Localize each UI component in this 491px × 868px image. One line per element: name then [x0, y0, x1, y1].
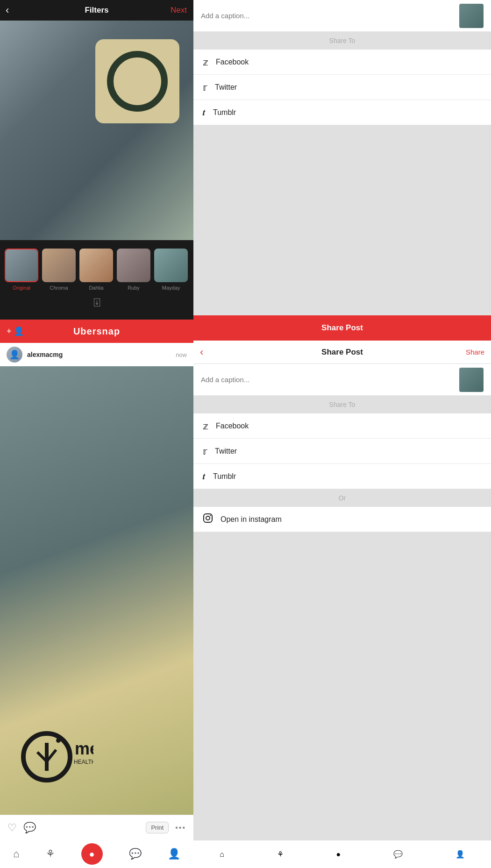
filter-name-mayday: Mayday — [162, 285, 180, 291]
instagram-icon — [203, 513, 213, 526]
share-to-label-1: Share To — [329, 37, 356, 44]
tumblr-icon-1: 𝒕 — [203, 107, 206, 118]
thumb-chroma-img — [42, 249, 76, 282]
thumb-mayday-img — [154, 249, 188, 282]
caption-row-1 — [193, 0, 491, 32]
filter-name-chroma: Chroma — [50, 285, 68, 291]
caption-thumbnail-1 — [459, 4, 484, 28]
facebook-icon-2: 𝕫 — [203, 420, 208, 432]
add-friend-button[interactable]: + 👤 — [7, 326, 24, 336]
tumblr-label-2: Tumblr — [213, 472, 236, 481]
twitter-icon-1: 𝕣 — [203, 82, 207, 93]
feed-actions: ♡ 💬 Print ••• — [0, 815, 193, 840]
next-button[interactable]: Next — [171, 6, 187, 15]
share-post-btn-label-1: Share Post — [321, 323, 363, 333]
profile-icon[interactable]: 👤 — [168, 848, 180, 860]
photo-sign-overlay — [95, 39, 179, 123]
plus-icon: + — [7, 327, 12, 336]
or-header: Or — [193, 489, 491, 507]
share-post-button-1[interactable]: Share Post — [193, 315, 491, 341]
compass-icon[interactable]: ⚘ — [46, 848, 55, 860]
twitter-option-2[interactable]: 𝕣 Twitter — [193, 439, 491, 464]
tumblr-label-1: Tumblr — [213, 108, 236, 117]
filter-name-ruby: Ruby — [128, 285, 140, 291]
facebook-option-1[interactable]: 𝕫 Facebook — [193, 50, 491, 75]
feed-time: now — [176, 351, 187, 358]
download-icon[interactable]: ⍗ — [94, 296, 100, 308]
twitter-label-2: Twitter — [215, 447, 237, 455]
share-to-label-2: Share To — [329, 401, 356, 408]
print-button[interactable]: Print — [146, 822, 169, 833]
feed-username[interactable]: alexmacmg — [27, 351, 171, 358]
share-screen-top: Share To 𝕫 Facebook 𝕣 Twitter 𝒕 Tumblr S… — [193, 0, 491, 341]
twitter-icon-2: 𝕣 — [203, 446, 207, 457]
facebook-option-2[interactable]: 𝕫 Facebook — [193, 413, 491, 439]
chat-icon[interactable]: 💬 — [129, 848, 142, 860]
share-nav-title: Share Post — [321, 348, 363, 357]
feed-post: 👤 alexmacmg now me HEALTHY L ♡ 💬 Print — [0, 343, 193, 840]
or-label: Or — [339, 494, 346, 502]
tumblr-icon-2: 𝒕 — [203, 471, 206, 482]
home-icon[interactable]: ⌂ — [13, 848, 19, 860]
filter-thumb-ruby[interactable] — [117, 249, 150, 282]
profile-icon-2[interactable]: 👤 — [455, 850, 465, 859]
brand-logo-svg: me HEALTHY L — [19, 729, 93, 785]
logo-container: me HEALTHY L — [19, 729, 93, 787]
left-panel: ‹ Filters Next Original Chroma — [0, 0, 193, 868]
feed-header: + 👤 Ubersnap — [0, 320, 193, 343]
filter-chroma[interactable]: Chroma — [42, 249, 76, 291]
like-icon[interactable]: ♡ — [7, 822, 17, 834]
caption-thumbnail-2 — [459, 368, 484, 392]
instagram-label: Open in instagram — [221, 515, 282, 524]
camera-button[interactable]: ● — [81, 843, 103, 865]
app-logo: Ubersnap — [73, 326, 120, 337]
filter-name-original: Original — [13, 285, 30, 291]
filter-dahlia[interactable]: Dahlia — [79, 249, 113, 291]
twitter-option-1[interactable]: 𝕣 Twitter — [193, 75, 491, 100]
facebook-icon-1: 𝕫 — [203, 57, 208, 68]
caption-input-2[interactable] — [201, 376, 454, 384]
share-screen-bottom: ‹ Share Post Share Share To 𝕫 Facebook 𝕣… — [193, 341, 491, 868]
instagram-option[interactable]: Open in instagram — [193, 507, 491, 532]
chat-icon-2[interactable]: 💬 — [393, 850, 403, 859]
twitter-label-1: Twitter — [215, 83, 237, 92]
more-options-button[interactable]: ••• — [175, 824, 186, 832]
back-button[interactable]: ‹ — [6, 4, 9, 16]
tumblr-option-2[interactable]: 𝒕 Tumblr — [193, 464, 491, 489]
svg-text:me: me — [75, 739, 93, 758]
svg-text:HEALTHY L: HEALTHY L — [74, 759, 93, 765]
thumb-dahlia-img — [79, 249, 113, 282]
facebook-label-1: Facebook — [216, 58, 249, 66]
caption-input-1[interactable] — [201, 12, 454, 20]
sign-circle — [107, 51, 168, 112]
camera-button-2[interactable]: ● — [336, 850, 341, 859]
avatar-icon: 👤 — [9, 349, 20, 360]
filter-thumb-chroma[interactable] — [42, 249, 76, 282]
thumb-ruby-img — [117, 249, 150, 282]
avatar: 👤 — [7, 347, 22, 363]
filter-mayday[interactable]: Mayday — [154, 249, 188, 291]
filters-title: Filters — [85, 6, 108, 15]
filter-ruby[interactable]: Ruby — [117, 249, 150, 291]
share-to-header-2: Share To — [193, 396, 491, 413]
share-nav-bar: ‹ Share Post Share — [193, 341, 491, 364]
filters-top-nav: ‹ Filters Next — [0, 0, 193, 21]
share-to-header-1: Share To — [193, 32, 491, 50]
share-nav-right-btn[interactable]: Share — [466, 348, 484, 356]
filter-thumbnails: Original Chroma Dahlia Ruby — [0, 240, 193, 291]
share-back-button[interactable]: ‹ — [200, 346, 203, 358]
gray-fill-2 — [193, 532, 491, 840]
gray-fill-1 — [193, 125, 491, 315]
thumb-original-img — [6, 249, 37, 281]
compass-icon-2[interactable]: ⚘ — [277, 850, 284, 859]
filter-original[interactable]: Original — [5, 249, 38, 291]
right-panel: Share To 𝕫 Facebook 𝕣 Twitter 𝒕 Tumblr S… — [193, 0, 491, 868]
filter-thumb-original[interactable] — [5, 249, 38, 282]
comment-icon[interactable]: 💬 — [23, 822, 36, 834]
filter-thumb-dahlia[interactable] — [79, 249, 113, 282]
tumblr-option-1[interactable]: 𝒕 Tumblr — [193, 100, 491, 125]
home-icon-2[interactable]: ⌂ — [220, 850, 224, 859]
bottom-app-bar-2: ⌂ ⚘ ● 💬 👤 — [193, 840, 491, 868]
filter-thumb-mayday[interactable] — [154, 249, 188, 282]
filter-photo-preview — [0, 21, 193, 240]
